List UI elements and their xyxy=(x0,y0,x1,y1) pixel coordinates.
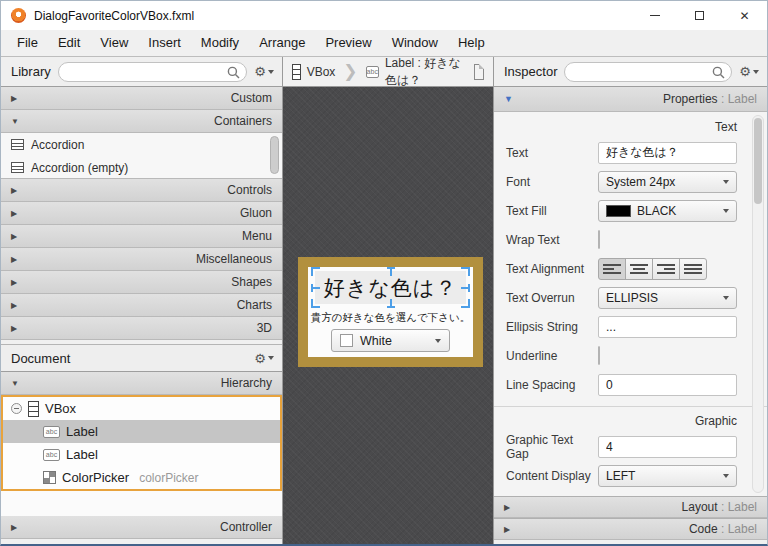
menu-arrange[interactable]: Arrange xyxy=(249,30,315,56)
tree-row-vbox[interactable]: VBox xyxy=(3,397,280,420)
layout-section-header[interactable]: ▶ Layout : Label xyxy=(494,496,767,518)
prop-row-text: Text xyxy=(494,138,767,167)
subtitle-label-preview[interactable]: 貴方の好きな色を選んで下さい。 xyxy=(304,311,477,325)
breadcrumb-vbox[interactable]: VBox xyxy=(307,65,336,79)
menu-file[interactable]: File xyxy=(7,30,48,56)
properties-content: Text Text Font System 24px Text Fill xyxy=(494,112,767,496)
prop-row-text-fill: Text Fill BLACK xyxy=(494,196,767,225)
inspector-scrollbar-thumb[interactable] xyxy=(754,118,762,204)
collapsed-arrow-icon: ▶ xyxy=(11,523,21,532)
library-section-miscellaneous[interactable]: ▶ Miscellaneous xyxy=(1,248,282,271)
prop-row-line-spacing: Line Spacing xyxy=(494,370,767,399)
vbox-preview[interactable]: 好きな色は？ 貴方の好きな色を選んで下さい。 xyxy=(298,257,483,367)
menu-preview[interactable]: Preview xyxy=(315,30,381,56)
underline-checkbox[interactable] xyxy=(598,346,600,365)
accordion-icon xyxy=(11,139,24,150)
tree-row-label[interactable]: abc Label xyxy=(3,443,280,466)
library-section-shapes[interactable]: ▶ Shapes xyxy=(1,271,282,294)
design-canvas[interactable]: 好きな色は？ 貴方の好きな色を選んで下さい。 xyxy=(283,87,493,544)
accordion-icon xyxy=(11,162,24,173)
graphic-text-gap-field[interactable] xyxy=(598,436,737,458)
section-label: Gluon xyxy=(240,206,272,220)
title-bar: DialogFavoriteColorVBox.fxml ✕ xyxy=(1,1,767,30)
library-section-gluon[interactable]: ▶ Gluon xyxy=(1,202,282,225)
selection-handle[interactable] xyxy=(461,267,470,276)
tree-row-label-selected[interactable]: abc Label xyxy=(3,420,280,443)
selection-handle[interactable] xyxy=(311,287,320,289)
section-label: Hierarchy xyxy=(221,376,272,390)
inspector-search-input[interactable] xyxy=(564,62,732,82)
inspector-menu-button[interactable]: ⚙ xyxy=(739,64,759,79)
selection-handle[interactable] xyxy=(390,267,392,276)
menu-view[interactable]: View xyxy=(90,30,138,56)
breadcrumb-label[interactable]: Label : 好きな色は？ xyxy=(385,55,468,89)
selection-handle[interactable] xyxy=(461,299,470,308)
selection-handle[interactable] xyxy=(461,287,470,289)
prop-row-wrap-text: Wrap Text xyxy=(494,225,767,254)
collapsed-arrow-icon: ▶ xyxy=(11,278,21,287)
text-overrun-dropdown[interactable]: ELLIPSIS xyxy=(598,287,737,309)
library-search-input[interactable] xyxy=(58,62,248,82)
inspector-title: Inspector xyxy=(504,64,557,79)
text-alignment-group xyxy=(598,258,737,280)
section-label: Containers xyxy=(214,114,272,128)
library-menu-button[interactable]: ⚙ xyxy=(254,64,274,79)
tree-row-colorpicker[interactable]: ColorPicker colorPicker xyxy=(3,466,280,489)
close-icon: ✕ xyxy=(739,9,749,23)
color-swatch-black xyxy=(606,205,631,217)
label-abc-icon: abc xyxy=(366,66,379,78)
ellipsis-string-field[interactable] xyxy=(598,316,737,338)
vbox-icon xyxy=(292,64,301,80)
colorpicker-icon xyxy=(43,471,56,484)
content-display-value: LEFT xyxy=(606,469,635,483)
text-field[interactable] xyxy=(598,142,737,164)
wrap-text-checkbox[interactable] xyxy=(598,230,600,249)
maximize-button[interactable] xyxy=(677,1,722,30)
selection-handle[interactable] xyxy=(311,299,320,308)
library-section-menu[interactable]: ▶ Menu xyxy=(1,225,282,248)
library-title: Library xyxy=(11,64,51,79)
align-justify-button[interactable] xyxy=(679,258,707,280)
font-dropdown[interactable]: System 24px xyxy=(598,171,737,193)
menu-edit[interactable]: Edit xyxy=(48,30,90,56)
minimize-button[interactable] xyxy=(632,1,677,30)
controller-section-header[interactable]: ▶ Controller xyxy=(1,516,282,539)
library-section-controls[interactable]: ▶ Controls xyxy=(1,179,282,202)
section-label: Miscellaneous xyxy=(196,252,272,266)
align-left-button[interactable] xyxy=(598,258,626,280)
menu-window[interactable]: Window xyxy=(382,30,448,56)
menu-insert[interactable]: Insert xyxy=(138,30,191,56)
selected-label-preview[interactable]: 好きな色は？ xyxy=(315,271,466,304)
gear-icon: ⚙ xyxy=(254,351,266,366)
inspector-scrollbar[interactable] xyxy=(752,115,764,493)
menu-modify[interactable]: Modify xyxy=(191,30,249,56)
content-display-dropdown[interactable]: LEFT xyxy=(598,465,737,487)
properties-section-header[interactable]: ▼ Properties : Label xyxy=(494,87,767,112)
hierarchy-section-header[interactable]: ▼ Hierarchy xyxy=(1,372,282,395)
chevron-down-icon xyxy=(723,474,729,478)
code-section-header[interactable]: ▶ Code : Label xyxy=(494,518,767,540)
selection-handle[interactable] xyxy=(390,299,392,308)
document-menu-button[interactable]: ⚙ xyxy=(254,351,274,366)
text-fill-dropdown[interactable]: BLACK xyxy=(598,200,737,222)
colorpicker-preview[interactable]: White xyxy=(331,329,450,352)
library-section-custom[interactable]: ▶ Custom xyxy=(1,87,282,110)
library-section-3d[interactable]: ▶ 3D xyxy=(1,317,282,340)
chevron-down-icon xyxy=(723,296,729,300)
selection-handle[interactable] xyxy=(311,267,320,276)
library-section-containers[interactable]: ▼ Containers xyxy=(1,110,282,133)
line-spacing-field[interactable] xyxy=(598,374,737,396)
library-item-accordion-empty[interactable]: Accordion (empty) xyxy=(1,156,282,179)
prop-row-graphic-text-gap: Graphic Text Gap xyxy=(494,432,767,461)
menu-help[interactable]: Help xyxy=(448,30,495,56)
close-button[interactable]: ✕ xyxy=(722,1,767,30)
align-center-button[interactable] xyxy=(625,258,653,280)
properties-header-label: Properties : Label xyxy=(663,92,757,106)
collapse-expander-icon[interactable] xyxy=(11,403,22,414)
library-item-accordion[interactable]: Accordion xyxy=(1,133,282,156)
align-right-button[interactable] xyxy=(652,258,680,280)
library-scrollbar-thumb[interactable] xyxy=(270,136,279,174)
document-file-icon[interactable] xyxy=(474,64,484,80)
code-header-label: Code : Label xyxy=(689,522,757,536)
library-section-charts[interactable]: ▶ Charts xyxy=(1,294,282,317)
